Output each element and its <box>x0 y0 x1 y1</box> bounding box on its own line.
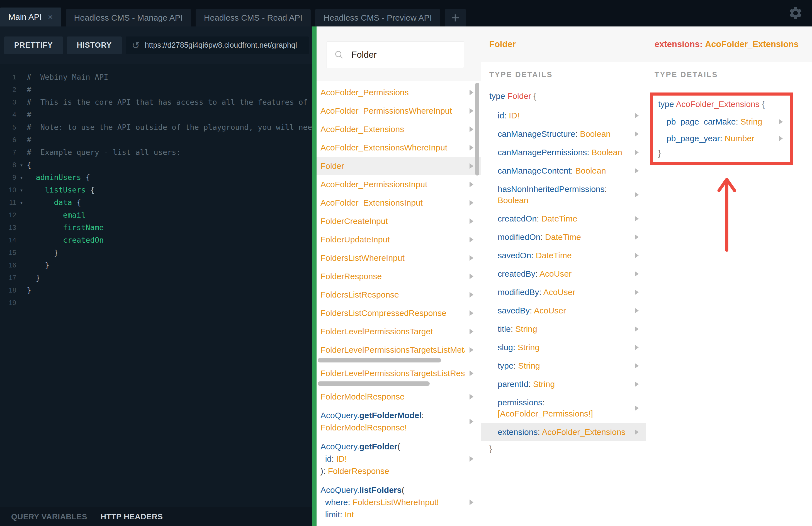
chevron-right-icon <box>469 218 474 224</box>
field-row[interactable]: canManageContent: Boolean <box>481 162 646 180</box>
doc-item-line: AcoQuery.getFolder( <box>320 440 400 453</box>
tab-main-api[interactable]: Main API× <box>0 8 61 27</box>
chevron-right-icon <box>469 108 474 114</box>
doc-item[interactable]: FolderUpdateInput <box>317 230 481 249</box>
field-row[interactable]: pb_page_year: Number <box>658 130 790 147</box>
text-segment: # This is the core API that has access t… <box>27 98 312 106</box>
doc-item[interactable]: FolderCreateInput <box>317 212 481 230</box>
code-editor[interactable]: 1# Webiny Main API2#3# This is the core … <box>0 64 312 507</box>
field-colon: : <box>540 232 545 242</box>
field-row[interactable]: modifiedOn: DateTime <box>481 228 646 246</box>
field-row[interactable]: title: String <box>481 320 646 338</box>
chevron-right-icon <box>779 119 783 125</box>
settings-gear-icon[interactable] <box>788 5 803 20</box>
field-name: title <box>498 324 511 334</box>
refresh-icon[interactable]: ↺ <box>132 41 140 50</box>
field-row[interactable]: type: String <box>481 356 646 375</box>
fold-arrow-icon[interactable]: ▾ <box>16 174 27 180</box>
doc-item[interactable]: FoldersListResponse <box>317 286 481 304</box>
doc-item[interactable]: AcoFolder_PermissionsInput <box>317 175 481 194</box>
doc-item[interactable]: AcoQuery.listFolders( where: FoldersList… <box>317 481 481 524</box>
doc-search-input[interactable] <box>351 49 456 60</box>
doc-item[interactable]: AcoQuery.getFolder( id: ID!): FolderResp… <box>317 437 481 481</box>
chevron-right-icon <box>635 429 639 435</box>
field-row[interactable]: canManageStructure: Boolean <box>481 125 646 143</box>
close-icon[interactable]: × <box>48 13 53 21</box>
field-name: savedBy <box>498 306 530 315</box>
tab-headless-cms-manage-api[interactable]: Headless CMS - Manage API <box>66 9 191 27</box>
field-name: parentId <box>498 379 528 389</box>
http-headers-tab[interactable]: HTTP HEADERS <box>101 512 163 521</box>
field-name: modifiedBy <box>498 288 539 297</box>
doc-search-box[interactable] <box>327 42 464 68</box>
fold-arrow-icon[interactable]: ▾ <box>16 162 27 168</box>
new-tab-button[interactable]: + <box>445 9 466 27</box>
docs-panel-divider[interactable] <box>312 27 317 526</box>
field-type: String <box>533 379 555 389</box>
editor-pane: PRETTIFY HISTORY ↺ 1# Webiny Main API2#3… <box>0 27 312 526</box>
editor-line: 14 createdOn <box>0 234 312 246</box>
doc-item[interactable]: FolderLevelPermissionsTarget <box>317 322 481 341</box>
doc-item[interactable]: FolderResponse <box>317 267 481 286</box>
doc-item-label: AcoQuery.getFolder( id: ID!): FolderResp… <box>320 440 400 477</box>
doc-item[interactable]: FolderLevelPermissionsTargetsListRespons… <box>317 364 481 382</box>
line-text: # Webiny Main API <box>27 73 108 81</box>
history-button[interactable]: HISTORY <box>67 36 122 54</box>
tab-headless-cms-read-api[interactable]: Headless CMS - Read API <box>195 9 311 27</box>
doc-item[interactable]: FolderLevelPermissionsTargetsListMeta <box>317 341 481 359</box>
text-segment: # Example query - list all users: <box>27 148 181 157</box>
chevron-right-icon <box>779 136 783 141</box>
field-row[interactable]: savedOn: DateTime <box>481 246 646 265</box>
type-declaration: type AcoFolder_Extensions { <box>658 100 790 109</box>
editor-line: 13 firstName <box>0 221 312 234</box>
editor-line: 9▾ adminUsers { <box>0 171 312 184</box>
prettify-button[interactable]: PRETTIFY <box>4 36 63 54</box>
doc-item[interactable]: Folder <box>317 157 481 175</box>
endpoint-url-input[interactable] <box>145 41 303 49</box>
editor-line: 7# Example query - list all users: <box>0 146 312 159</box>
doc-item[interactable]: FoldersListCompressedResponse <box>317 304 481 322</box>
type-name: AcoFolder_Permissions <box>320 88 409 97</box>
field-row[interactable]: permissions: [AcoFolder_Permissions!] <box>481 393 646 423</box>
doc-item[interactable]: AcoQuery.getFolderModel:FolderModelRespo… <box>317 406 481 437</box>
field-row[interactable]: id: ID! <box>481 106 646 125</box>
text-segment: ( <box>402 485 404 495</box>
doc-item[interactable]: AcoFolder_ExtensionsInput <box>317 194 481 212</box>
field-row[interactable]: createdOn: DateTime <box>481 209 646 228</box>
doc-item[interactable]: AcoFolder_PermissionsWhereInput <box>317 102 481 120</box>
text-segment: { <box>27 160 31 169</box>
endpoint-url-field[interactable]: ↺ <box>126 36 309 54</box>
field-type: String <box>518 361 540 370</box>
doc-item-line: where: FoldersListWhereInput! <box>320 496 439 509</box>
tab-headless-cms-preview-api[interactable]: Headless CMS - Preview API <box>315 9 440 27</box>
doc-item[interactable]: FolderModelResponse <box>317 388 481 406</box>
field-row[interactable]: savedBy: AcoUser <box>481 302 646 320</box>
field-type: [AcoFolder_Permissions!] <box>498 409 593 418</box>
query-variables-tab[interactable]: QUERY VARIABLES <box>11 512 87 521</box>
field-row[interactable]: canManagePermissions: Boolean <box>481 143 646 162</box>
folder-fields: id: ID!canManageStructure: BooleancanMan… <box>481 106 646 441</box>
doc-item[interactable]: AcoFolder_Permissions <box>317 83 481 102</box>
fold-arrow-icon[interactable]: ▾ <box>16 200 27 206</box>
doc-item[interactable]: FoldersListWhereInput <box>317 249 481 267</box>
doc-item[interactable]: AcoFolder_Extensions <box>317 120 481 138</box>
field-row[interactable]: extensions: AcoFolder_Extensions <box>481 423 646 441</box>
fold-arrow-icon[interactable]: ▾ <box>16 187 27 193</box>
field-row[interactable]: parentId: String <box>481 375 646 393</box>
field-text: hasNonInheritedPermissions: Boolean <box>498 184 630 206</box>
text-segment <box>27 186 45 194</box>
vertical-scrollbar[interactable] <box>475 83 479 176</box>
field-row[interactable]: hasNonInheritedPermissions: Boolean <box>481 180 646 209</box>
field-name: createdBy <box>498 269 535 278</box>
type-name: FolderCreateInput <box>320 217 388 226</box>
type-name: AcoFolder_PermissionsInput <box>320 180 427 189</box>
doc-item-line: AcoQuery.listFolders( <box>320 484 439 496</box>
doc-item[interactable]: AcoFolder_ExtensionsWhereInput <box>317 138 481 157</box>
field-row[interactable]: slug: String <box>481 338 646 356</box>
tab-label: Headless CMS - Preview API <box>323 13 432 23</box>
chevron-right-icon <box>635 150 639 155</box>
text-segment: : <box>348 498 352 507</box>
field-row[interactable]: createdBy: AcoUser <box>481 265 646 283</box>
field-row[interactable]: pb_page_carMake: String <box>658 113 790 130</box>
field-row[interactable]: modifiedBy: AcoUser <box>481 283 646 302</box>
